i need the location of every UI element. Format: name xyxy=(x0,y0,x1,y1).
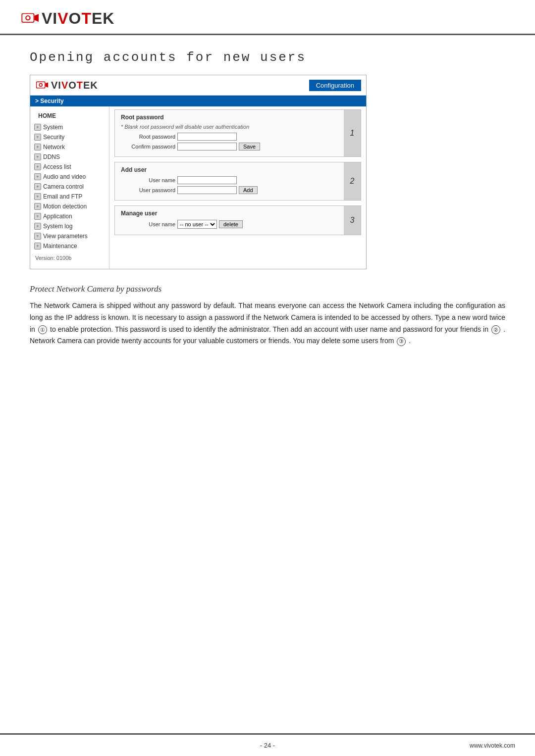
sidebar-version: Version: 0100b xyxy=(30,251,109,265)
logo-area: VIVOTEK xyxy=(20,9,515,28)
add-user-name-label: User name xyxy=(121,177,175,183)
add-user-password-label: User password xyxy=(121,187,175,193)
sidebar-label-email-ftp: Email and FTP xyxy=(43,193,82,200)
root-password-label: Root password xyxy=(121,134,175,140)
body-text-end: . xyxy=(409,337,411,345)
sidebar-label-motion-detection: Motion detection xyxy=(43,203,87,210)
sidebar-arrow-audio-video: + xyxy=(34,173,41,180)
manage-user-inner: Manage user User name -- no user -- dele… xyxy=(115,206,344,235)
sidebar-label-camera-control: Camera control xyxy=(43,183,84,190)
sidebar-label-security: Security xyxy=(43,134,64,141)
bottom-bar: - 24 - www.vivotek.com xyxy=(0,733,535,756)
subtitle-italic: Protect Network Camera by passwords xyxy=(30,284,505,294)
add-user-name-row: User name xyxy=(121,176,338,184)
panel-body: HOME + System + Security + Network + DDN… xyxy=(30,106,366,269)
root-password-inner: Root password * Blank root password will… xyxy=(115,110,344,156)
circle-2: ② xyxy=(491,325,500,334)
sidebar-item-email-ftp[interactable]: + Email and FTP xyxy=(30,192,109,202)
sidebar-item-view-parameters[interactable]: + View parameters xyxy=(30,231,109,241)
sidebar-home[interactable]: HOME xyxy=(30,110,109,122)
add-user-password-row: User password Add xyxy=(121,186,338,194)
breadcrumb-bar: > Security xyxy=(30,96,366,106)
add-user-section: Add user User name User password Add 2 xyxy=(114,162,361,201)
sidebar-item-system-log[interactable]: + System log xyxy=(30,221,109,231)
confirm-password-input[interactable] xyxy=(177,143,237,151)
svg-marker-9 xyxy=(46,82,49,87)
page-heading: Opening accounts for new users xyxy=(30,50,505,65)
sidebar-item-camera-control[interactable]: + Camera control xyxy=(30,182,109,192)
svg-point-8 xyxy=(40,84,42,86)
add-user-inner: Add user User name User password Add xyxy=(115,162,344,200)
panel-logo: VIVOTEK xyxy=(35,78,98,92)
main-content: Opening accounts for new users VIVOTEK C… xyxy=(0,35,535,362)
manage-user-title: Manage user xyxy=(121,210,338,217)
sidebar-arrow-maintenance: + xyxy=(34,243,41,250)
sidebar-label-ddns: DDNS xyxy=(43,153,60,160)
sidebar-item-audio-video[interactable]: + Audio and video xyxy=(30,172,109,182)
vivotek-logo-text: VIVOTEK xyxy=(42,9,114,28)
root-password-input[interactable] xyxy=(177,133,237,141)
add-user-password-input[interactable] xyxy=(177,186,237,194)
section3-number: 3 xyxy=(344,206,361,235)
sidebar-arrow-system: + xyxy=(34,124,41,131)
confirm-password-label: Confirm password xyxy=(121,144,175,150)
add-button[interactable]: Add xyxy=(239,186,258,194)
section1-number: 1 xyxy=(344,110,361,156)
add-user-name-input[interactable] xyxy=(177,176,237,184)
sidebar-arrow-camera-control: + xyxy=(34,183,41,190)
sidebar-item-application[interactable]: + Application xyxy=(30,211,109,221)
sidebar-item-maintenance[interactable]: + Maintenance xyxy=(30,241,109,251)
ui-panel: VIVOTEK Configuration > Security HOME + … xyxy=(30,75,367,269)
circle-1: ① xyxy=(38,325,47,334)
confirm-password-row: Confirm password Save xyxy=(121,143,338,151)
sidebar-arrow-view-parameters: + xyxy=(34,233,41,240)
sidebar-label-access-list: Access list xyxy=(43,163,71,170)
sidebar-label-system-log: System log xyxy=(43,223,72,230)
manage-user-select[interactable]: -- no user -- xyxy=(177,220,217,229)
config-label: Configuration xyxy=(309,80,361,91)
sidebar-arrow-ddns: + xyxy=(34,153,41,160)
root-password-title: Root password xyxy=(121,114,338,121)
delete-button[interactable]: delete xyxy=(219,220,243,228)
sidebar-item-system[interactable]: + System xyxy=(30,122,109,132)
sidebar-label-network: Network xyxy=(43,144,65,151)
sidebar-arrow-motion-detection: + xyxy=(34,203,41,210)
sidebar-arrow-application: + xyxy=(34,213,41,220)
sidebar-arrow-security: + xyxy=(34,134,41,141)
add-user-title: Add user xyxy=(121,166,338,173)
sidebar-arrow-system-log: + xyxy=(34,223,41,230)
sidebar-arrow-access-list: + xyxy=(34,163,41,170)
sidebar-label-audio-video: Audio and video xyxy=(43,173,86,180)
root-password-note: * Blank root password will disable user … xyxy=(121,124,338,130)
sidebar: HOME + System + Security + Network + DDN… xyxy=(30,106,109,269)
manage-user-section: Manage user User name -- no user -- dele… xyxy=(114,205,361,235)
vivotek-logo-icon xyxy=(20,9,39,28)
root-password-section: Root password * Blank root password will… xyxy=(114,109,361,157)
sidebar-item-access-list[interactable]: + Access list xyxy=(30,162,109,172)
sidebar-label-view-parameters: View parameters xyxy=(43,233,88,240)
svg-marker-4 xyxy=(34,14,39,22)
sidebar-label-application: Application xyxy=(43,213,72,220)
sidebar-label-maintenance: Maintenance xyxy=(43,243,77,250)
panel-logo-icon xyxy=(35,78,49,92)
top-header: VIVOTEK xyxy=(0,0,535,35)
sidebar-item-security[interactable]: + Security xyxy=(30,132,109,142)
content-area: Root password * Blank root password will… xyxy=(109,106,366,269)
sidebar-item-network[interactable]: + Network xyxy=(30,142,109,152)
page-number: - 24 - xyxy=(260,742,275,749)
panel-header: VIVOTEK Configuration xyxy=(30,75,366,96)
website: www.vivotek.com xyxy=(470,742,515,749)
save-button[interactable]: Save xyxy=(239,143,260,151)
manage-user-row: User name -- no user -- delete xyxy=(121,220,338,229)
body-text-part2: to enable protection. This password is u… xyxy=(50,325,488,333)
sidebar-label-system: System xyxy=(43,124,63,131)
section2-number: 2 xyxy=(344,162,361,200)
svg-point-3 xyxy=(26,16,29,19)
sidebar-arrow-email-ftp: + xyxy=(34,193,41,200)
body-text: The Network Camera is shipped without an… xyxy=(30,300,505,347)
manage-user-name-label: User name xyxy=(121,221,175,227)
sidebar-item-ddns[interactable]: + DDNS xyxy=(30,152,109,162)
circle-3: ③ xyxy=(397,337,406,346)
sidebar-arrow-network: + xyxy=(34,144,41,151)
sidebar-item-motion-detection[interactable]: + Motion detection xyxy=(30,202,109,211)
